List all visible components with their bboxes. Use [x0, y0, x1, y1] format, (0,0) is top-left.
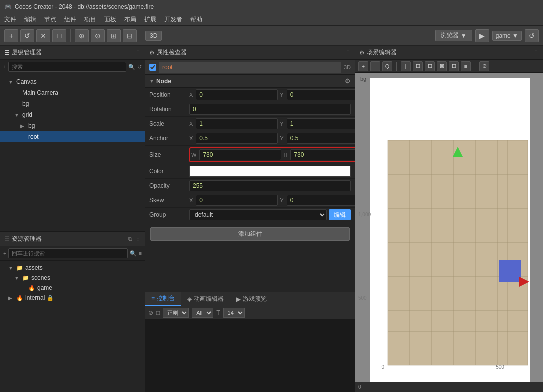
assets-search-input[interactable]	[8, 248, 127, 258]
tree-item-maincamera[interactable]: Main Camera	[0, 88, 145, 98]
3d-btn[interactable]: 3D	[145, 31, 162, 41]
rotation-input[interactable]	[189, 104, 351, 115]
console-tab-game[interactable]: ▶ 游戏预览	[230, 293, 273, 306]
zoom-fit-btn[interactable]: Q	[382, 62, 392, 72]
menubar: 文件编辑节点组件项目面板布局扩展开发者帮助	[0, 14, 543, 26]
scene-icon: ⚙	[359, 50, 365, 56]
scene-tool7[interactable]: ⊘	[479, 62, 489, 72]
search-icon[interactable]: 🔍	[128, 64, 135, 70]
scale-btn[interactable]: ⊞	[107, 30, 121, 42]
node-name-input[interactable]	[159, 62, 341, 73]
anchor-x-input[interactable]	[196, 133, 278, 144]
zoom-in-btn[interactable]: +	[358, 62, 368, 72]
position-x-input[interactable]	[196, 90, 278, 100]
menu-item-布局[interactable]: 布局	[124, 16, 136, 24]
skew-x-axis: X	[189, 198, 193, 204]
console-content	[145, 320, 355, 392]
menu-item-项目[interactable]: 项目	[84, 16, 96, 24]
menu-item-开发者[interactable]: 开发者	[164, 16, 182, 24]
assets-add-icon[interactable]: +	[3, 250, 6, 256]
tree-item-canvas[interactable]: ▼ Canvas	[0, 76, 145, 88]
skew-x-input[interactable]	[196, 195, 278, 206]
console-tab-console[interactable]: ≡ 控制台	[145, 292, 181, 306]
hierarchy-search-input[interactable]	[8, 62, 126, 72]
add-component-btn[interactable]: 添加组件	[150, 228, 350, 241]
menu-item-文件[interactable]: 文件	[4, 16, 16, 24]
menu-item-编辑[interactable]: 编辑	[24, 16, 36, 24]
tree-item-grid[interactable]: ▼ grid	[0, 110, 145, 120]
color-row: Color	[145, 164, 355, 179]
scene-options[interactable]: ⋮	[533, 50, 539, 56]
scene-editor-title: ⚙ 场景编辑器	[359, 48, 397, 57]
menu-item-扩展[interactable]: 扩展	[144, 16, 156, 24]
refresh-btn[interactable]: ↺	[20, 30, 34, 42]
scene-canvas[interactable]	[355, 73, 543, 382]
assets-search-icon[interactable]: 🔍	[130, 250, 137, 257]
size-w-input[interactable]	[199, 150, 281, 160]
position-y-input[interactable]	[287, 90, 355, 100]
hierarchy-label: 层级管理器	[12, 48, 42, 57]
add-btn[interactable]: +	[4, 30, 18, 42]
rotate-btn[interactable]: ⊙	[91, 30, 105, 42]
node-section-title: Node	[156, 78, 171, 85]
tree-item-bg2[interactable]: ▶ bg	[0, 120, 145, 132]
console-size-select[interactable]: 14	[223, 308, 245, 318]
add-node-icon[interactable]: +	[3, 64, 6, 70]
scene-tool4[interactable]: ⊠	[437, 62, 447, 72]
assets-header: ☰ 资源管理器 ⧉ ⋮	[0, 232, 145, 246]
skew-y-input[interactable]	[287, 195, 355, 206]
node-enabled-checkbox[interactable]	[149, 64, 156, 71]
refresh-hierarchy-icon[interactable]: ↺	[137, 64, 142, 70]
asset-item-internal[interactable]: ▶ 🔥 internal 🔒	[0, 293, 145, 303]
tree-item-bg[interactable]: bg	[0, 98, 145, 110]
console-level-select[interactable]: All	[192, 308, 213, 318]
asset-item-assets[interactable]: ▼ 📁 assets	[0, 263, 145, 273]
scene-tool2[interactable]: ⊞	[413, 62, 423, 72]
console-toolbar: ⊘ □ 正则 All T 14	[145, 306, 355, 320]
node-section-arrow[interactable]: ▼	[149, 78, 154, 84]
group-select[interactable]: default	[189, 210, 327, 220]
game-select[interactable]: game ▼	[492, 31, 522, 41]
play-btn[interactable]: ▶	[475, 30, 489, 42]
scene-tool1[interactable]: |	[401, 62, 411, 72]
menu-item-节点[interactable]: 节点	[44, 16, 56, 24]
size-h-input[interactable]	[290, 150, 355, 160]
group-edit-btn[interactable]: 编辑	[329, 210, 351, 220]
console-tab-animation[interactable]: ◈ 动画编辑器	[181, 293, 230, 306]
opacity-input[interactable]	[189, 180, 351, 192]
asset-item-scenes[interactable]: ▼ 📁 scenes	[0, 273, 145, 283]
tree-item-root[interactable]: root	[0, 132, 145, 142]
color-picker[interactable]	[189, 166, 351, 177]
assets-copy[interactable]: ⧉	[128, 236, 132, 242]
menu-item-面板[interactable]: 面板	[104, 16, 116, 24]
menu-item-组件[interactable]: 组件	[64, 16, 76, 24]
scale-x-input[interactable]	[196, 118, 278, 130]
anchor-y-input[interactable]	[287, 133, 355, 144]
scene-column: ⚙ 场景编辑器 ⋮ + - Q | ⊞ ⊟ ⊠ ⊡	[355, 46, 543, 392]
size-w-axis: W	[191, 152, 196, 158]
console-regex-select[interactable]: 正则	[163, 308, 189, 318]
rect-btn[interactable]: ⊟	[123, 30, 137, 42]
node-section-gear[interactable]: ⚙	[345, 78, 351, 85]
assets-sort-icon[interactable]: ≡	[139, 250, 142, 256]
asset-item-game[interactable]: 🔥 game	[0, 283, 145, 293]
close-btn[interactable]: ✕	[36, 30, 50, 42]
console-filter-icon[interactable]: □	[156, 310, 160, 316]
scene-tool5[interactable]: ⊡	[449, 62, 459, 72]
move-btn[interactable]: ⊕	[75, 30, 89, 42]
browser-btn[interactable]: 浏览器 ▼	[435, 30, 472, 42]
menu-item-帮助[interactable]: 帮助	[190, 16, 202, 24]
zoom-out-btn[interactable]: -	[370, 62, 380, 72]
tree-label-maincamera: Main Camera	[22, 90, 58, 96]
inspector-node-bar: 3D	[145, 60, 355, 75]
scene-tool6[interactable]: ≡	[461, 62, 471, 72]
refresh-scene-btn[interactable]: ↺	[525, 30, 539, 42]
hierarchy-options[interactable]: ⋮	[135, 50, 141, 56]
color-inputs	[189, 166, 351, 177]
scene-tool3[interactable]: ⊟	[425, 62, 435, 72]
assets-options[interactable]: ⋮	[135, 236, 141, 242]
scale-y-input[interactable]	[287, 118, 355, 130]
inspector-options[interactable]: ⋮	[345, 50, 351, 56]
console-clear-icon[interactable]: ⊘	[148, 310, 153, 316]
frame-btn[interactable]: □	[52, 30, 66, 42]
